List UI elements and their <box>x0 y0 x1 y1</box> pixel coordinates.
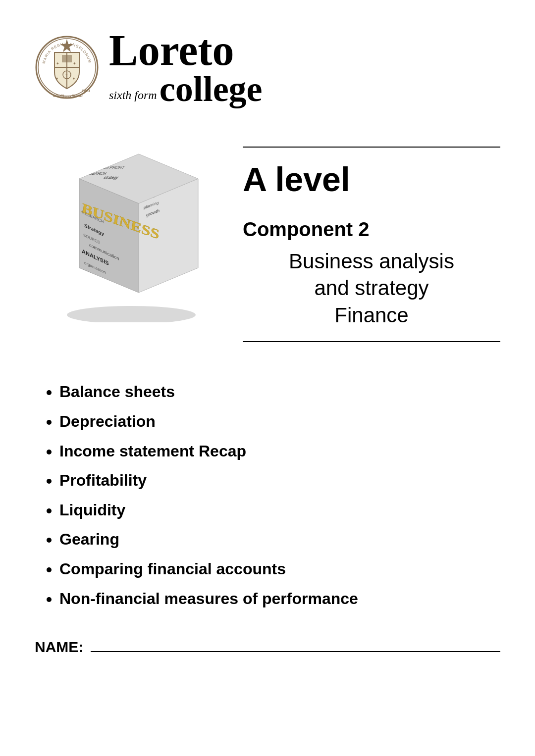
svg-text:DUM: DUM <box>63 96 71 99</box>
svg-text:✝: ✝ <box>65 73 68 78</box>
header: MARIA REGINA ANGELORUM CRUCI DUM SPIRO F… <box>35 30 500 107</box>
bullet-item-0: Balance sheets <box>59 382 500 403</box>
bullet-item-5: Gearing <box>59 529 500 550</box>
college-name-logo: Loreto sixth form college <box>109 30 263 107</box>
topics-bullet-list: Balance sheetsDepreciationIncome stateme… <box>45 382 500 609</box>
svg-text:team PROFIT: team PROFIT <box>99 165 126 169</box>
name-label: NAME: <box>35 639 83 655</box>
loreto-wordmark: Loreto <box>109 30 263 71</box>
svg-text:RESEARCH: RESEARCH <box>83 171 107 175</box>
subtitle-line1: Business analysis <box>289 250 454 273</box>
bullet-item-4: Liquidity <box>59 500 500 521</box>
svg-text:♦: ♦ <box>56 76 58 81</box>
bullet-item-6: Comparing financial accounts <box>59 559 500 580</box>
main-content-section: RESEARCH Strategy SOURCE communication A… <box>35 137 500 343</box>
business-cube-image: RESEARCH Strategy SOURCE communication A… <box>35 137 223 325</box>
svg-text:✦: ✦ <box>56 61 59 66</box>
name-field-section: NAME: <box>35 639 500 655</box>
bullet-item-2: Income statement Recap <box>59 441 500 462</box>
svg-text:♦: ♦ <box>73 76 75 81</box>
bullet-item-1: Depreciation <box>59 411 500 432</box>
subtitle-line2: and strategy <box>314 276 428 300</box>
component-label: Component 2 <box>243 218 500 241</box>
name-underline-line <box>91 651 500 652</box>
svg-point-17 <box>67 306 196 322</box>
topics-list-section: Balance sheetsDepreciationIncome stateme… <box>45 382 500 609</box>
subtitle-line3: Finance <box>334 303 408 327</box>
svg-text:CRUCI: CRUCI <box>53 94 64 98</box>
svg-text:SPIRO: SPIRO <box>72 94 83 98</box>
college-wordmark: college <box>160 71 263 107</box>
title-top-divider <box>243 147 500 148</box>
title-bottom-divider <box>243 341 500 342</box>
svg-text:IDEA: IDEA <box>87 280 96 289</box>
page: MARIA REGINA ANGELORUM CRUCI DUM SPIRO F… <box>0 0 535 756</box>
bullet-item-3: Profitability <box>59 470 500 491</box>
subtitle-text: Business analysis and strategy Finance <box>243 248 500 329</box>
level-heading: A level <box>243 160 500 199</box>
svg-text:FIDO: FIDO <box>82 89 90 93</box>
bullet-item-7: Non-financial measures of performance <box>59 589 500 609</box>
svg-text:✦: ✦ <box>73 61 76 66</box>
college-crest: MARIA REGINA ANGELORUM CRUCI DUM SPIRO F… <box>35 35 99 101</box>
title-section: A level Component 2 Business analysis an… <box>243 137 500 343</box>
business-cube-svg: RESEARCH Strategy SOURCE communication A… <box>40 139 218 322</box>
svg-rect-10 <box>62 55 72 62</box>
sixth-form-label: sixth form <box>109 89 157 101</box>
